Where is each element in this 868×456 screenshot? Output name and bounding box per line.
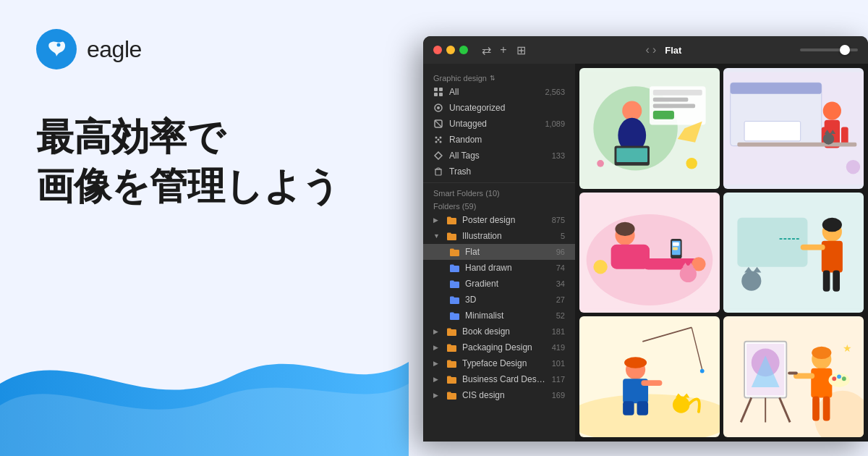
sidebar-item-packaging[interactable]: ▶ Packaging Design 419 bbox=[423, 339, 575, 355]
book-expand-arrow: ▶ bbox=[433, 328, 441, 335]
image-card-1[interactable] bbox=[579, 68, 720, 189]
eagle-logo-icon bbox=[36, 29, 77, 69]
random-label: Random bbox=[449, 135, 565, 145]
svg-point-13 bbox=[435, 141, 438, 143]
sidebar-item-cis[interactable]: ▶ CIS design 169 bbox=[423, 387, 575, 403]
headline-line2: 画像を管理しよう bbox=[36, 162, 373, 211]
logo-area: eagle bbox=[36, 29, 373, 69]
maximize-button[interactable] bbox=[459, 46, 468, 54]
uncategorized-icon bbox=[433, 103, 443, 113]
gradient-count: 34 bbox=[556, 279, 565, 288]
sidebar-item-3d[interactable]: 3D 27 bbox=[423, 292, 575, 308]
sidebar-item-book[interactable]: ▶ Book design 181 bbox=[423, 324, 575, 339]
sidebar-item-untagged[interactable]: Untagged 1,089 bbox=[423, 116, 575, 132]
svg-rect-15 bbox=[435, 169, 441, 175]
sidebar-item-gradient[interactable]: Gradient 34 bbox=[423, 276, 575, 292]
breadcrumb: Flat bbox=[665, 45, 681, 56]
svg-point-10 bbox=[435, 137, 438, 139]
trash-label: Trash bbox=[449, 166, 565, 177]
sync-icon[interactable]: ⇄ bbox=[480, 43, 493, 56]
sidebar-item-minimalist[interactable]: Minimalist 52 bbox=[423, 308, 575, 324]
svg-rect-26 bbox=[653, 111, 674, 119]
poster-expand-arrow: ▶ bbox=[433, 216, 441, 224]
add-icon[interactable]: + bbox=[497, 43, 510, 56]
title-bar: ⇄ + ⊞ ‹ › Flat bbox=[423, 36, 868, 64]
alltags-label: All Tags bbox=[449, 151, 546, 161]
gradient-folder-icon bbox=[449, 279, 459, 289]
typeface-label: Typeface Design bbox=[462, 358, 546, 368]
typeface-expand-arrow: ▶ bbox=[433, 360, 441, 367]
nav-arrows: ‹ › bbox=[646, 43, 657, 56]
svg-point-98 bbox=[812, 347, 831, 359]
sidebar-item-random[interactable]: Random bbox=[423, 132, 575, 148]
untagged-icon bbox=[433, 119, 443, 129]
svg-rect-41 bbox=[737, 143, 856, 147]
poster-folder-icon bbox=[446, 215, 456, 225]
image-card-5[interactable] bbox=[579, 316, 720, 437]
sidebar-item-trash[interactable]: Trash bbox=[423, 164, 575, 180]
svg-rect-30 bbox=[616, 148, 647, 161]
svg-point-37 bbox=[823, 101, 841, 119]
sidebar-item-alltags[interactable]: All Tags 133 bbox=[423, 148, 575, 164]
app-body: Graphic design ⇅ All 2,563 Uncateg bbox=[423, 64, 868, 442]
alltags-count: 133 bbox=[552, 151, 565, 160]
svg-rect-36 bbox=[731, 83, 822, 94]
image-card-3[interactable] bbox=[579, 193, 720, 313]
svg-rect-83 bbox=[637, 402, 649, 415]
forward-arrow[interactable]: › bbox=[652, 43, 656, 56]
alltags-icon bbox=[433, 151, 443, 161]
logo-text: eagle bbox=[87, 36, 142, 63]
sidebar-item-flat[interactable]: Flat 96 bbox=[423, 244, 575, 260]
businesscard-count: 117 bbox=[552, 375, 565, 384]
sidebar-item-handdrawn[interactable]: Hand drawn 74 bbox=[423, 260, 575, 276]
sidebar-item-typeface[interactable]: ▶ Typeface Design 101 bbox=[423, 355, 575, 371]
untagged-count: 1,089 bbox=[545, 119, 565, 128]
sidebar-item-poster[interactable]: ▶ Poster design 875 bbox=[423, 212, 575, 228]
poster-label: Poster design bbox=[462, 215, 546, 225]
right-panel: ⇄ + ⊞ ‹ › Flat Graphic design ⇅ bbox=[409, 0, 868, 456]
illustration-label: Illustration bbox=[462, 231, 555, 241]
svg-point-59 bbox=[680, 265, 697, 282]
svg-rect-66 bbox=[822, 241, 843, 273]
sidebar-item-illustration[interactable]: ▼ Illustration 5 bbox=[423, 228, 575, 244]
gradient-label: Gradient bbox=[465, 279, 550, 289]
close-button[interactable] bbox=[433, 46, 442, 54]
sidebar-item-uncategorized[interactable]: Uncategorized bbox=[423, 100, 575, 116]
svg-rect-25 bbox=[653, 104, 695, 108]
back-arrow[interactable]: ‹ bbox=[646, 43, 650, 56]
book-count: 181 bbox=[552, 327, 565, 336]
svg-rect-67 bbox=[801, 244, 825, 250]
image-card-6[interactable]: ★ bbox=[723, 316, 864, 437]
traffic-lights bbox=[433, 46, 468, 54]
3d-folder-icon bbox=[449, 295, 459, 305]
untagged-label: Untagged bbox=[449, 119, 539, 129]
svg-point-33 bbox=[597, 160, 604, 167]
cis-label: CIS design bbox=[462, 390, 546, 400]
packaging-folder-icon bbox=[446, 342, 456, 352]
sidebar-item-businesscard[interactable]: ▶ Business Card Design 117 bbox=[423, 371, 575, 387]
svg-point-32 bbox=[686, 158, 697, 169]
sidebar-item-all[interactable]: All 2,563 bbox=[423, 84, 575, 100]
handdrawn-label: Hand drawn bbox=[465, 263, 550, 273]
svg-point-46 bbox=[846, 160, 860, 174]
svg-rect-57 bbox=[673, 247, 678, 250]
svg-point-42 bbox=[823, 133, 835, 145]
minimalist-label: Minimalist bbox=[465, 311, 550, 321]
image-card-4[interactable] bbox=[723, 193, 864, 313]
svg-rect-23 bbox=[653, 90, 702, 96]
svg-point-1 bbox=[57, 43, 61, 47]
layout-icon[interactable]: ⊞ bbox=[514, 43, 527, 56]
svg-rect-5 bbox=[439, 93, 443, 96]
svg-point-11 bbox=[440, 137, 442, 139]
packaging-count: 419 bbox=[552, 343, 565, 352]
svg-rect-99 bbox=[811, 368, 832, 398]
svg-point-12 bbox=[438, 139, 440, 141]
svg-rect-40 bbox=[841, 127, 848, 144]
zoom-slider-track[interactable] bbox=[800, 48, 858, 51]
image-card-2[interactable] bbox=[723, 68, 864, 189]
minimize-button[interactable] bbox=[446, 46, 455, 54]
zoom-slider-thumb[interactable] bbox=[840, 45, 850, 55]
svg-point-105 bbox=[832, 377, 836, 381]
flat-count: 96 bbox=[556, 248, 565, 256]
svg-rect-82 bbox=[623, 402, 634, 415]
